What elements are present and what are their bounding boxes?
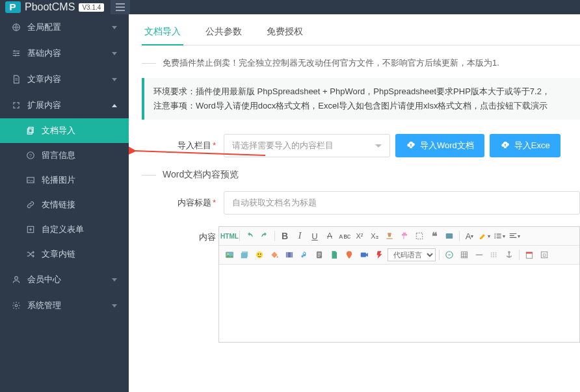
sidebar: 全局配置 基础内容 文章内容 扩展内容 文档导入 ?留言信息 轮播图片 友情链接… [0,14,129,392]
svg-point-3 [15,55,16,56]
video-button[interactable] [358,248,371,261]
date-button[interactable] [523,248,536,261]
svg-line-35 [134,151,265,155]
notice-line-2: 注意事项：Word导入请使用docx格式文档，Excel导入如包含图片请使用xl… [153,99,571,113]
map-button[interactable] [343,248,356,261]
undo-button[interactable] [243,229,256,242]
align-button[interactable]: ▾ [508,229,521,242]
table-button[interactable] [458,248,471,261]
svg-rect-4 [29,127,33,133]
multi-image-button[interactable] [238,248,251,261]
gear-icon [12,301,21,310]
sliders-icon [12,49,21,58]
hr-button[interactable] [473,248,486,261]
sidebar-item-article[interactable]: 文章内容 [0,66,129,92]
svg-point-11 [15,304,18,307]
notice-box: 环境要求：插件使用最新版 PhpSpreadsheet + PhpWord，Ph… [142,78,580,120]
warning-text: 免费插件禁止倒卖！完全独立控制器无改动任何官方文件，不影响官方后续更新，本版为1… [142,57,580,69]
svg-point-1 [14,50,15,51]
music-button[interactable] [298,248,311,261]
main-content: 文档导入 公共参数 免费授权 免费插件禁止倒卖！完全独立控制器无改动任何官方文件… [129,14,580,392]
pagebreak-button[interactable] [488,248,501,261]
sidebar-item-basic[interactable]: 基础内容 [0,40,129,66]
redo-button[interactable] [258,229,271,242]
insert-file-button[interactable] [328,248,341,261]
content-title-label: 内容标题* [142,197,218,209]
sidebar-item-extend[interactable]: 扩展内容 [0,92,129,118]
sidebar-item-global[interactable]: 全局配置 [0,14,129,40]
menu-toggle-button[interactable] [111,0,130,14]
sub-item-links[interactable]: 友情链接 [0,192,129,217]
caret-down-icon [375,144,382,148]
tab-free-auth[interactable]: 免费授权 [264,26,306,45]
sub-item-doc-import[interactable]: 文档导入 [0,118,129,143]
svg-rect-20 [241,253,247,258]
film-button[interactable] [283,248,296,261]
anchor-button[interactable] [503,248,516,261]
logo-icon [5,1,21,13]
file-icon [12,75,21,84]
import-excel-button[interactable]: 导入Exce [490,134,560,157]
svg-point-18 [228,254,229,255]
bold-button[interactable]: B [278,229,291,242]
remove-format-button[interactable]: ᴀʙc [338,229,351,242]
strike-button[interactable]: A [323,229,336,242]
globe-icon [12,23,21,32]
sub-item-innerlink[interactable]: 文章内链 [0,242,129,267]
list-button[interactable]: ▾ [493,229,506,242]
svg-rect-8 [27,177,34,183]
sidebar-label: 文章内容 [27,73,61,85]
highlight-button[interactable]: ▾ [478,229,491,242]
shuffle-icon [26,250,35,259]
editor-toolbar: HTML B I U A ᴀʙc X² X₂ [218,226,580,265]
preview-section-title: Word文档内容预览 [163,169,239,181]
italic-button[interactable]: I [293,229,306,242]
sub-item-slider[interactable]: 轮播图片 [0,168,129,192]
html-source-button[interactable]: HTML [223,229,236,242]
content-title-input[interactable]: 自动获取文档名为标题 [224,191,580,215]
sub-label: 文档导入 [42,125,75,137]
superscript-button[interactable]: X² [353,229,366,242]
subscript-button[interactable]: X₂ [368,229,381,242]
emoji-button[interactable] [253,248,266,261]
code-button[interactable] [443,229,456,242]
tab-public-params[interactable]: 公共参数 [203,26,244,45]
image-button[interactable] [223,248,236,261]
cloud-upload-icon [500,141,510,150]
flash-button[interactable] [373,248,386,261]
link-icon [26,200,35,209]
svg-point-30 [508,252,510,253]
svg-point-16 [494,237,495,239]
svg-rect-26 [361,253,366,257]
font-color-button[interactable]: A▾ [463,229,476,242]
svg-point-10 [15,276,18,280]
tab-doc-import[interactable]: 文档导入 [142,26,183,46]
sub-item-form[interactable]: 自定义表单 [0,217,129,242]
sidebar-item-system[interactable]: 系统管理 [0,293,129,319]
version-badge: V3.1.4 [79,3,104,12]
svg-rect-13 [446,233,453,239]
chevron-down-icon [112,278,117,281]
sidebar-item-member[interactable]: 会员中心 [0,267,129,293]
paint-bucket-button[interactable] [268,248,281,261]
chevron-down-icon [112,78,117,81]
import-word-button[interactable]: 导入Word文档 [395,134,484,157]
svg-point-22 [257,254,259,255]
sub-label: 自定义表单 [42,224,84,235]
select-all-button[interactable] [413,229,426,242]
chevron-up-icon [112,104,117,107]
code-language-select[interactable]: 代码语言 [388,248,436,261]
content-label: 内容 [142,226,218,243]
attachment-button[interactable] [313,248,326,261]
link-button[interactable] [443,248,456,261]
underline-button[interactable]: U [308,229,321,242]
clear-button[interactable] [383,229,396,242]
svg-point-15 [494,235,495,237]
sidebar-label: 会员中心 [27,274,61,285]
special-char-button[interactable]: Ω [538,248,551,261]
sub-label: 友情链接 [42,199,75,211]
quote-button[interactable]: ❝ [428,229,441,242]
sub-item-message[interactable]: ?留言信息 [0,143,129,168]
editor-textarea[interactable] [218,265,580,343]
format-paint-button[interactable] [398,229,411,242]
